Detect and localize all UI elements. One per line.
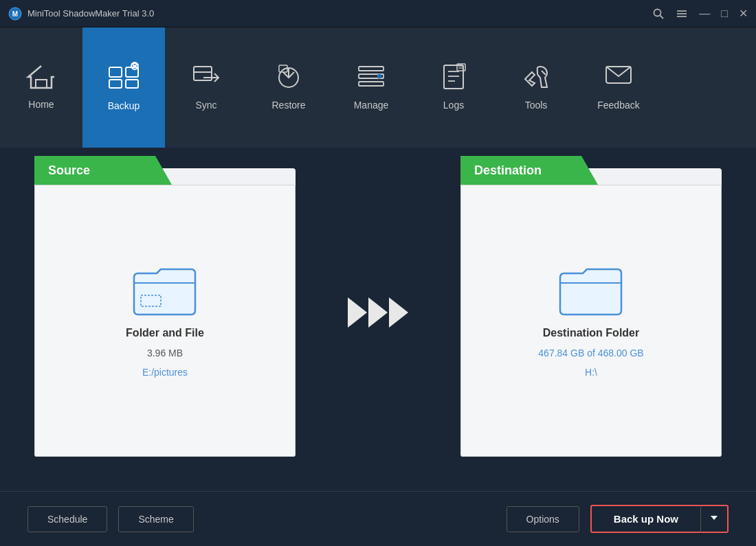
nav-item-tools[interactable]: Tools	[495, 27, 577, 148]
manage-icon	[356, 62, 386, 94]
options-button[interactable]: Options	[507, 506, 579, 532]
svg-text:M: M	[12, 10, 18, 18]
nav-label-home: Home	[28, 99, 54, 110]
svg-rect-23	[444, 65, 463, 89]
title-bar: M MiniTool ShadowMaker Trial 3.0 — □ ✕	[0, 0, 756, 27]
title-bar-left: M MiniTool ShadowMaker Trial 3.0	[8, 7, 154, 21]
svg-point-22	[377, 74, 381, 78]
app-title: MiniTool ShadowMaker Trial 3.0	[27, 8, 154, 19]
chevron-2	[368, 297, 388, 328]
svg-line-30	[542, 71, 546, 75]
nav-label-backup: Backup	[108, 100, 140, 111]
maximize-button[interactable]: □	[721, 8, 728, 20]
home-icon	[25, 63, 57, 93]
svg-point-2	[654, 9, 661, 16]
logs-icon	[438, 62, 469, 94]
nav-item-manage[interactable]: Manage	[330, 27, 412, 148]
arrow-container	[337, 297, 419, 328]
destination-folder-icon	[557, 264, 625, 319]
nav-item-backup[interactable]: Backup	[82, 27, 165, 148]
nav-label-sync: Sync	[195, 100, 216, 111]
destination-path: H:\	[585, 367, 597, 378]
source-header-label: Source	[48, 163, 90, 178]
source-title: Folder and File	[126, 327, 204, 339]
svg-marker-32	[711, 516, 718, 520]
app-logo: M	[8, 7, 22, 21]
destination-panel[interactable]: Destination Destination Folder 467.84 GB…	[460, 168, 722, 457]
nav-item-home[interactable]: Home	[0, 27, 82, 148]
backup-now-button[interactable]: Back up Now	[590, 505, 700, 533]
nav-label-feedback: Feedback	[597, 100, 639, 111]
sync-icon	[191, 62, 221, 94]
source-path: E:/pictures	[142, 367, 188, 378]
tools-icon	[521, 62, 551, 94]
destination-capacity: 467.84 GB of 468.00 GB	[538, 348, 643, 359]
destination-header: Destination	[460, 156, 598, 185]
source-header: Source	[34, 156, 172, 185]
bottom-left: Schedule Scheme	[27, 506, 194, 532]
main-content: Source Folder and File 3.96 MB E:/pictur…	[0, 148, 756, 477]
search-button[interactable]	[652, 8, 665, 20]
source-panel-body[interactable]: Folder and File 3.96 MB E:/pictures	[34, 185, 296, 457]
restore-icon	[274, 62, 304, 94]
schedule-button[interactable]: Schedule	[27, 506, 107, 532]
svg-rect-11	[126, 80, 138, 88]
chevron-1	[348, 297, 367, 328]
svg-rect-7	[36, 80, 47, 88]
destination-panel-body[interactable]: Destination Folder 467.84 GB of 468.00 G…	[460, 185, 722, 457]
bottom-bar: Schedule Scheme Options Back up Now	[0, 491, 756, 546]
svg-rect-8	[109, 67, 122, 77]
source-folder-icon	[131, 264, 199, 319]
nav-bar: Home Backup Sync	[0, 27, 756, 148]
svg-rect-19	[359, 67, 383, 71]
minimize-button[interactable]: —	[699, 8, 710, 20]
source-panel[interactable]: Source Folder and File 3.96 MB E:/pictur…	[34, 168, 296, 457]
source-size: 3.96 MB	[147, 348, 183, 359]
chevron-3	[389, 297, 408, 328]
nav-label-restore: Restore	[271, 100, 305, 111]
destination-header-label: Destination	[474, 163, 542, 178]
nav-item-feedback[interactable]: Feedback	[577, 27, 660, 148]
svg-rect-10	[109, 80, 122, 88]
scheme-button[interactable]: Scheme	[118, 506, 193, 532]
title-bar-controls: — □ ✕	[652, 7, 748, 20]
menu-button[interactable]	[676, 8, 688, 20]
panels-row: Source Folder and File 3.96 MB E:/pictur…	[34, 168, 722, 457]
nav-label-logs: Logs	[443, 100, 464, 111]
svg-rect-21	[359, 82, 383, 86]
svg-line-3	[660, 15, 664, 19]
chevrons-icon	[348, 297, 408, 328]
nav-item-restore[interactable]: Restore	[247, 27, 330, 148]
nav-item-logs[interactable]: Logs	[412, 27, 495, 148]
nav-label-tools: Tools	[525, 100, 548, 111]
destination-title: Destination Folder	[543, 327, 639, 339]
nav-label-manage: Manage	[354, 100, 389, 111]
bottom-right: Options Back up Now	[507, 505, 729, 533]
nav-item-sync[interactable]: Sync	[165, 27, 247, 148]
feedback-icon	[603, 62, 634, 94]
close-button[interactable]: ✕	[739, 7, 748, 20]
backup-dropdown-button[interactable]	[700, 505, 729, 533]
backup-icon	[107, 62, 141, 95]
